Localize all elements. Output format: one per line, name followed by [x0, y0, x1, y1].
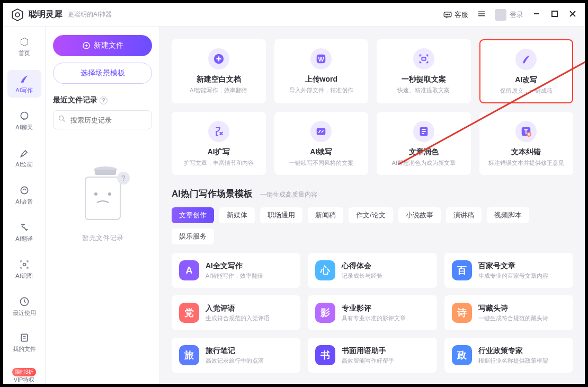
template-card-6[interactable]: 旅 旅行笔记 高效记录旅行中的点滴 — [172, 338, 300, 373]
brush-icon — [19, 147, 30, 159]
tool-card-7[interactable]: T 文本纠错 标注错误文本并提供修正意见 — [479, 112, 574, 175]
template-icon: 影 — [315, 303, 335, 323]
tool-card-sub: 快速、精准提取文案 — [397, 86, 450, 94]
tool-card-icon — [413, 121, 434, 142]
sidebar: 首页 AI写作 AI聊天 AI绘画 AI语音 AI翻译 — [3, 27, 46, 384]
avatar-icon — [495, 9, 506, 21]
template-card-7[interactable]: 书 书面用语助手 高效智能写作好帮手 — [308, 338, 436, 373]
tab-4[interactable]: 作文/论文 — [349, 207, 393, 223]
svg-point-12 — [21, 112, 28, 119]
search-box — [53, 110, 152, 129]
minimize-button[interactable] — [532, 10, 541, 20]
svg-text:?: ? — [121, 174, 126, 182]
template-title: 书面用语助手 — [342, 346, 394, 356]
sidebar-item-home[interactable]: 首页 — [7, 33, 41, 60]
tool-card-icon — [413, 48, 434, 69]
search-input[interactable] — [53, 110, 152, 129]
svg-rect-9 — [552, 11, 557, 16]
tool-card-6[interactable]: 文章润色 AI帮您润色为成为新文章 — [377, 112, 471, 175]
tab-1[interactable]: 新媒体 — [219, 207, 255, 223]
tool-card-title: 文本纠错 — [511, 147, 541, 157]
tool-card-1[interactable]: W 上传word 导入外部文件，精准创作 — [274, 39, 369, 103]
kefu-label: 客服 — [455, 10, 468, 20]
tool-card-title: 文章润色 — [409, 147, 439, 157]
tool-card-icon — [310, 121, 332, 142]
scan-icon — [19, 259, 30, 270]
template-card-0[interactable]: A AI全文写作 AI智能写作，效率翻倍 — [172, 253, 300, 288]
empty-text: 暂无文件记录 — [82, 233, 123, 243]
tool-card-3[interactable]: AI改写 保留原义，一键成稿 — [479, 39, 574, 103]
app-slogan: 更聪明的AI神器 — [68, 10, 112, 19]
template-sub: 记录成长与经验 — [342, 272, 382, 280]
sidebar-item-ai-draw[interactable]: AI绘画 — [7, 144, 41, 172]
template-sub: 高效记录旅行中的点滴 — [206, 357, 264, 365]
login-button[interactable]: 登录 — [495, 9, 523, 21]
tab-2[interactable]: 职场通用 — [260, 207, 302, 223]
tool-card-4[interactable]: AI扩写 扩写文章，丰富情节和内容 — [172, 112, 266, 175]
quill-icon — [19, 73, 30, 85]
svg-point-0 — [15, 13, 20, 17]
titlebar: 聪明灵犀 更聪明的AI神器 客服 登录 — [3, 3, 585, 27]
tool-card-0[interactable]: 新建空白文档 AI智能写作，效率翻倍 — [172, 39, 266, 103]
template-card-3[interactable]: 党 入党评语 生成符合规范的入党评语 — [172, 295, 300, 330]
tool-card-title: 上传word — [305, 75, 337, 84]
tab-0[interactable]: 文章创作 — [172, 207, 214, 223]
template-title: 入党评语 — [206, 304, 270, 313]
tool-card-5[interactable]: AI续写 一键续写不同风格的文案 — [274, 112, 369, 175]
svg-rect-37 — [317, 128, 326, 135]
chat-icon — [443, 10, 452, 20]
menu-icon[interactable] — [477, 9, 486, 21]
main-content: 新建空白文档 AI智能写作，效率翻倍W 上传word 导入外部文件，精准创作 一… — [160, 27, 585, 384]
sidebar-item-ai-writing[interactable]: AI写作 — [7, 70, 41, 98]
svg-rect-26 — [85, 177, 120, 219]
template-icon: 政 — [452, 345, 472, 365]
select-template-button[interactable]: 选择场景模板 — [53, 63, 152, 84]
template-card-5[interactable]: 诗 写藏头诗 一键生成符合规范的藏头诗 — [444, 295, 573, 330]
sidebar-item-vip[interactable]: 限时3折 VIP特权 — [7, 365, 41, 387]
help-icon[interactable]: ? — [100, 96, 108, 104]
app-logo-icon — [11, 8, 24, 22]
template-card-2[interactable]: 百 百家号文章 生成专业的百家号文章内容 — [444, 253, 573, 288]
tool-card-title: AI改写 — [515, 75, 537, 85]
tool-card-icon: W — [310, 48, 332, 69]
svg-text:W: W — [318, 56, 325, 63]
template-card-4[interactable]: 影 专业影评 具有专业水准的影评文章 — [308, 295, 436, 330]
tool-card-icon: T — [515, 121, 537, 142]
template-card-1[interactable]: 心 心得体会 记录成长与经验 — [308, 253, 436, 288]
sidebar-item-recent[interactable]: 最近使用 — [7, 293, 41, 320]
template-title: 写藏头诗 — [478, 304, 548, 313]
sidebar-item-ai-translate[interactable]: AI翻译 — [7, 218, 41, 246]
tab-6[interactable]: 演讲稿 — [446, 207, 482, 223]
voice-icon — [19, 184, 30, 196]
clock-icon — [19, 296, 30, 307]
tool-card-sub: 保留原义，一键成稿 — [500, 87, 553, 95]
search-icon — [58, 115, 66, 125]
close-button[interactable] — [568, 10, 577, 20]
tab-7[interactable]: 视频脚本 — [487, 207, 529, 223]
template-title: AI全文写作 — [206, 261, 263, 271]
template-icon: 百 — [452, 260, 472, 280]
customer-service-button[interactable]: 客服 — [443, 10, 468, 20]
tab-3[interactable]: 新闻稿 — [308, 207, 343, 223]
tool-card-sub: AI帮您润色为成为新文章 — [392, 159, 456, 167]
tab-5[interactable]: 小说故事 — [398, 207, 441, 223]
section-title: AI热门写作场景模板 — [172, 188, 253, 200]
tool-card-sub: 一键续写不同风格的文案 — [289, 159, 353, 167]
new-file-button[interactable]: 新建文件 — [53, 35, 152, 56]
sidebar-item-ai-voice[interactable]: AI语音 — [7, 181, 41, 209]
template-card-8[interactable]: 政 行业政策专家 根据行业名称提供政策框架 — [444, 338, 573, 373]
tool-card-2[interactable]: 一秒提取文案 快速、精准提取文案 — [377, 39, 471, 103]
template-title: 心得体会 — [342, 261, 382, 271]
sidebar-item-my-files[interactable]: 我的文件 — [7, 329, 41, 356]
tab-8[interactable]: 娱乐服务 — [172, 228, 214, 244]
template-icon: 诗 — [452, 303, 472, 323]
template-grid: A AI全文写作 AI智能写作，效率翻倍 心 心得体会 记录成长与经验 百 百家… — [172, 253, 573, 373]
tool-card-sub: 导入外部文件，精准创作 — [289, 86, 353, 94]
sidebar-item-ai-ocr[interactable]: AI识图 — [7, 256, 41, 283]
vip-badge: 限时3折 — [12, 368, 37, 376]
recent-files-heading: 最近文件记录 ? — [53, 95, 152, 105]
maximize-button[interactable] — [550, 10, 559, 20]
tool-card-sub: AI智能写作，效率翻倍 — [190, 86, 247, 94]
template-sub: AI智能写作，效率翻倍 — [206, 272, 263, 280]
sidebar-item-ai-chat[interactable]: AI聊天 — [7, 107, 41, 135]
